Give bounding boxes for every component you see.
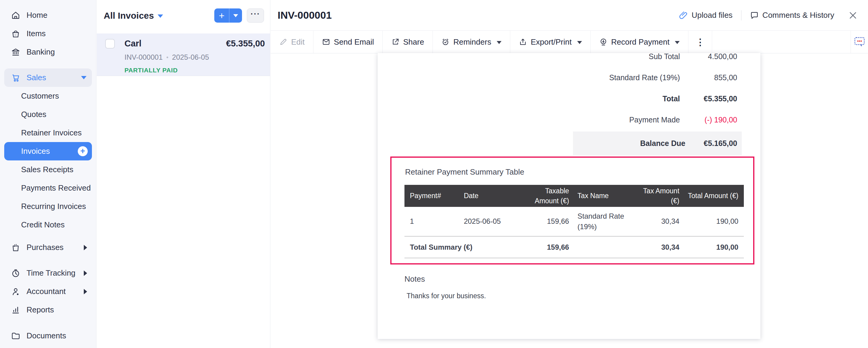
record-payment-button[interactable]: Record Payment bbox=[591, 31, 689, 53]
subtotal-label: Sub Total bbox=[553, 53, 680, 61]
new-invoice-button[interactable]: + bbox=[214, 8, 229, 23]
chevron-down-icon bbox=[577, 41, 582, 44]
new-invoice-split-button[interactable]: + bbox=[214, 8, 242, 23]
comments-history-button[interactable]: Comments & History bbox=[750, 10, 834, 20]
new-invoice-plus-icon[interactable]: + bbox=[78, 146, 88, 156]
sidebar-item-sales-receipts[interactable]: Sales Receipts bbox=[0, 161, 96, 179]
action-toolbar: Edit Send Email Share Reminders Expor bbox=[271, 30, 868, 53]
export-icon bbox=[519, 38, 527, 46]
sidebar-item-label: Payments Received bbox=[21, 183, 91, 193]
chevron-right-icon bbox=[84, 289, 87, 294]
chevron-down-icon bbox=[675, 41, 680, 44]
record-payment-label: Record Payment bbox=[611, 37, 670, 47]
balance-due-value: €5.165,00 bbox=[694, 139, 737, 148]
close-icon[interactable] bbox=[848, 10, 858, 20]
col-tax-amount: Tax Amount (€) bbox=[639, 186, 679, 205]
cell-total-amount: 190,00 bbox=[679, 216, 744, 227]
invoice-list-item[interactable]: Carl €5.355,00 INV-000001 • 2025-06-05 P… bbox=[97, 33, 270, 76]
send-email-label: Send Email bbox=[334, 37, 374, 47]
sidebar-item-accountant[interactable]: Accountant bbox=[0, 282, 96, 301]
status-badge: PARTIALLY PAID bbox=[124, 67, 265, 74]
sidebar-item-reports[interactable]: Reports bbox=[0, 301, 96, 319]
tax-label: Standard Rate (19%) bbox=[553, 73, 680, 82]
share-button[interactable]: Share bbox=[383, 31, 433, 53]
sidebar-item-home[interactable]: Home bbox=[0, 6, 96, 24]
subtotal-row: Sub Total 4.500,00 bbox=[378, 53, 761, 67]
chevron-down-icon bbox=[81, 76, 87, 79]
sidebar-item-purchases[interactable]: Purchases bbox=[0, 238, 96, 257]
chat-widget-button[interactable] bbox=[850, 31, 868, 53]
retainer-table: Payment# Date Taxable Amount (€) Tax Nam… bbox=[404, 185, 744, 258]
edit-label: Edit bbox=[291, 37, 305, 47]
list-filter-label: All Invoices bbox=[104, 10, 154, 21]
sidebar-item-payments-received[interactable]: Payments Received bbox=[0, 179, 96, 197]
sidebar-item-banking[interactable]: Banking bbox=[0, 43, 96, 61]
total-row: Total €5.355,00 bbox=[378, 88, 761, 109]
payment-made-row: Payment Made (-) 190,00 bbox=[378, 109, 761, 130]
chevron-right-icon bbox=[84, 245, 87, 250]
share-icon bbox=[391, 38, 400, 46]
sidebar-item-credit-notes[interactable]: Credit Notes bbox=[0, 215, 96, 234]
cell-taxable-amount: 159,66 bbox=[520, 216, 569, 227]
list-filter-dropdown[interactable]: All Invoices bbox=[104, 10, 163, 21]
col-date: Date bbox=[456, 191, 520, 201]
upload-files-label: Upload files bbox=[692, 10, 733, 20]
notes-heading: Notes bbox=[404, 274, 425, 284]
chevron-down-icon bbox=[233, 14, 238, 17]
cell-tax-amount: 30,34 bbox=[639, 216, 679, 227]
sidebar-item-items[interactable]: Items bbox=[0, 24, 96, 43]
list-more-button[interactable]: ··· bbox=[247, 8, 264, 23]
more-actions-button[interactable]: ⋮ bbox=[688, 31, 712, 53]
total-label: Total bbox=[553, 94, 680, 103]
sidebar-item-recurring-invoices[interactable]: Recurring Invoices bbox=[0, 197, 96, 215]
sidebar-item-label: Items bbox=[27, 29, 46, 38]
sidebar-item-quotes[interactable]: Quotes bbox=[0, 105, 96, 124]
sidebar-item-time-tracking[interactable]: Time Tracking bbox=[0, 264, 96, 282]
cell-tax-name: Standard Rate (19%) bbox=[569, 211, 639, 232]
list-header: All Invoices + ··· bbox=[97, 0, 270, 31]
sidebar-item-label: Recurring Invoices bbox=[21, 202, 86, 211]
total-value: €5.355,00 bbox=[689, 94, 737, 103]
sidebar-item-documents[interactable]: Documents bbox=[0, 327, 96, 345]
total-total-amount: 190,00 bbox=[679, 243, 744, 252]
sidebar-item-label: Sales Receipts bbox=[21, 165, 73, 174]
chevron-down-icon bbox=[497, 41, 501, 44]
total-tax-amount: 30,34 bbox=[639, 243, 679, 252]
new-invoice-dropdown[interactable] bbox=[229, 8, 242, 23]
chat-bubble-icon bbox=[854, 36, 866, 48]
sidebar-item-customers[interactable]: Customers bbox=[0, 87, 96, 105]
reminders-button[interactable]: Reminders bbox=[433, 31, 510, 53]
chevron-right-icon bbox=[84, 270, 87, 276]
total-summary-label: Total Summary (€) bbox=[404, 243, 520, 252]
sidebar-item-label: Retainer Invoices bbox=[21, 128, 82, 138]
comment-bubble-icon bbox=[750, 11, 759, 20]
upload-files-button[interactable]: Upload files bbox=[679, 10, 733, 20]
sidebar-item-label: Banking bbox=[27, 47, 55, 57]
person-icon bbox=[11, 287, 21, 296]
sidebar-item-label: Invoices bbox=[21, 147, 50, 156]
invoice-detail-panel: INV-000001 Upload files Comments & Histo… bbox=[271, 0, 868, 348]
tax-row: Standard Rate (19%) 855,00 bbox=[378, 67, 761, 88]
send-email-button[interactable]: Send Email bbox=[313, 31, 383, 53]
sidebar-item-label: Documents bbox=[27, 331, 66, 341]
page-title: INV-000001 bbox=[278, 9, 332, 21]
edit-button[interactable]: Edit bbox=[271, 31, 313, 53]
document-viewport: Sub Total 4.500,00 Standard Rate (19%) 8… bbox=[271, 54, 868, 348]
sidebar-item-label: Credit Notes bbox=[21, 220, 65, 230]
reminders-label: Reminders bbox=[453, 37, 491, 47]
detail-header: INV-000001 Upload files Comments & Histo… bbox=[271, 0, 868, 30]
table-total-row: Total Summary (€) 159,66 30,34 190,00 bbox=[404, 236, 744, 258]
paperclip-icon bbox=[679, 11, 688, 20]
total-taxable-amount: 159,66 bbox=[520, 243, 569, 252]
table-row: 1 2025-06-05 159,66 Standard Rate (19%) … bbox=[404, 207, 744, 236]
sidebar-item-invoices-active[interactable]: Invoices + bbox=[4, 142, 92, 161]
sidebar-item-retainer-invoices[interactable]: Retainer Invoices bbox=[0, 124, 96, 142]
dot-separator: • bbox=[166, 54, 168, 61]
invoice-checkbox[interactable] bbox=[105, 39, 115, 49]
sidebar-item-sales[interactable]: Sales bbox=[4, 68, 92, 87]
bag-icon bbox=[11, 243, 21, 253]
export-print-button[interactable]: Export/Print bbox=[510, 31, 591, 53]
pencil-icon bbox=[279, 38, 287, 46]
subtotal-value: 4.500,00 bbox=[689, 53, 737, 61]
chevron-down-icon bbox=[158, 14, 163, 18]
